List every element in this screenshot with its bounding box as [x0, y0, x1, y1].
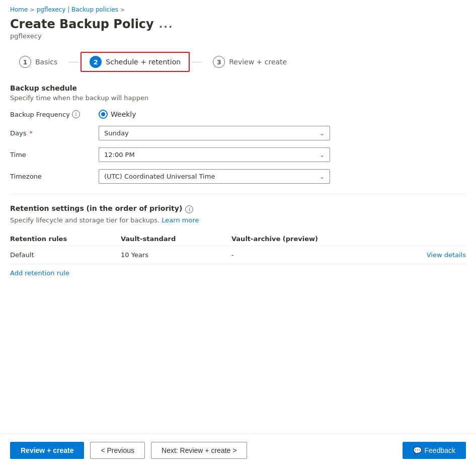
timezone-row: Timezone (UTC) Coordinated Universal Tim…: [10, 169, 466, 184]
page-title-text: Create Backup Policy: [10, 17, 154, 31]
retention-header: Retention settings (in the order of prio…: [10, 204, 466, 214]
previous-button[interactable]: < Previous: [90, 442, 145, 459]
step-review[interactable]: 3 Review + create: [204, 52, 296, 72]
feedback-icon: 💬: [413, 446, 422, 454]
timezone-dropdown-value: (UTC) Coordinated Universal Time: [104, 173, 215, 180]
col-header-actions: [332, 232, 466, 246]
time-dropdown[interactable]: 12:00 PM ⌄: [99, 147, 330, 162]
frequency-label: Backup Frequency i: [10, 110, 91, 118]
step-review-label: Review + create: [229, 58, 287, 66]
breadcrumb-home[interactable]: Home: [10, 6, 28, 13]
view-details-link[interactable]: View details: [427, 251, 466, 259]
frequency-radio-group: Weekly: [99, 110, 136, 119]
section-divider: [10, 194, 466, 194]
timezone-dropdown[interactable]: (UTC) Coordinated Universal Time ⌄: [99, 169, 330, 184]
frequency-row: Backup Frequency i Weekly: [10, 110, 466, 119]
timezone-label: Timezone: [10, 173, 91, 180]
page-subtitle: pgflexecy: [10, 32, 466, 40]
frequency-weekly-radio-inner: [101, 112, 105, 116]
page-title-ellipsis[interactable]: ...: [159, 18, 174, 30]
time-dropdown-arrow: ⌄: [320, 151, 325, 159]
breadcrumb-sep2: >: [120, 7, 125, 13]
backup-schedule-title: Backup schedule: [10, 84, 466, 92]
retention-info-icon[interactable]: i: [185, 205, 193, 213]
step-sep-1: [68, 62, 78, 62]
retention-section: Retention settings (in the order of prio…: [10, 204, 466, 277]
row-rule-name: Default: [10, 246, 121, 264]
row-vault-archive: -: [231, 246, 332, 264]
days-dropdown-arrow: ⌄: [320, 130, 325, 137]
breadcrumb-policies[interactable]: pgflexecy | Backup policies: [37, 6, 118, 13]
step-basics-label: Basics: [35, 58, 57, 66]
retention-title: Retention settings (in the order of prio…: [10, 204, 182, 212]
days-required-star: *: [29, 129, 33, 137]
step-schedule[interactable]: 2 Schedule + retention: [81, 52, 190, 72]
table-row: Default 10 Years - View details: [10, 246, 466, 264]
add-retention-rule-link[interactable]: Add retention rule: [10, 269, 69, 277]
days-row: Days * Sunday ⌄: [10, 126, 466, 140]
frequency-info-icon[interactable]: i: [72, 110, 80, 118]
col-header-vault-arch: Vault-archive (preview): [231, 232, 332, 246]
row-action-cell: View details: [332, 246, 466, 264]
feedback-label: Feedback: [425, 446, 455, 454]
days-label: Days *: [10, 129, 91, 137]
page-header: Create Backup Policy ... pgflexecy: [0, 15, 476, 44]
frequency-weekly-radio[interactable]: [99, 110, 108, 119]
time-row: Time 12:00 PM ⌄: [10, 147, 466, 162]
time-dropdown-value: 12:00 PM: [104, 151, 135, 159]
step-basics-circle: 1: [19, 56, 31, 68]
backup-schedule-section: Backup schedule Specify time when the ba…: [10, 84, 466, 184]
feedback-button[interactable]: 💬 Feedback: [403, 442, 466, 459]
step-basics[interactable]: 1 Basics: [10, 52, 66, 72]
col-header-rules: Retention rules: [10, 232, 121, 246]
step-schedule-label: Schedule + retention: [106, 58, 181, 66]
review-create-button[interactable]: Review + create: [10, 442, 84, 459]
footer: Review + create < Previous Next: Review …: [0, 433, 476, 467]
step-schedule-circle: 2: [90, 56, 102, 68]
timezone-dropdown-arrow: ⌄: [320, 173, 325, 180]
step-sep-2: [192, 62, 202, 62]
time-label: Time: [10, 151, 91, 159]
retention-desc: Specify lifecycle and storage tier for b…: [10, 216, 466, 224]
days-dropdown-value: Sunday: [104, 129, 129, 137]
next-button[interactable]: Next: Review + create >: [151, 442, 247, 459]
days-dropdown[interactable]: Sunday ⌄: [99, 126, 330, 140]
steps-nav: 1 Basics 2 Schedule + retention 3 Review…: [10, 52, 466, 72]
breadcrumb-sep1: >: [30, 7, 34, 13]
frequency-weekly-label: Weekly: [111, 110, 136, 118]
breadcrumb: Home > pgflexecy | Backup policies >: [0, 0, 476, 15]
step-review-circle: 3: [213, 56, 225, 68]
row-vault-standard: 10 Years: [121, 246, 231, 264]
main-content: 1 Basics 2 Schedule + retention 3 Review…: [0, 44, 476, 433]
learn-more-link[interactable]: Learn more: [162, 216, 199, 224]
col-header-vault-std: Vault-standard: [121, 232, 231, 246]
retention-table: Retention rules Vault-standard Vault-arc…: [10, 232, 466, 264]
backup-schedule-desc: Specify time when the backup will happen: [10, 94, 466, 102]
frequency-weekly-option[interactable]: Weekly: [99, 110, 136, 119]
